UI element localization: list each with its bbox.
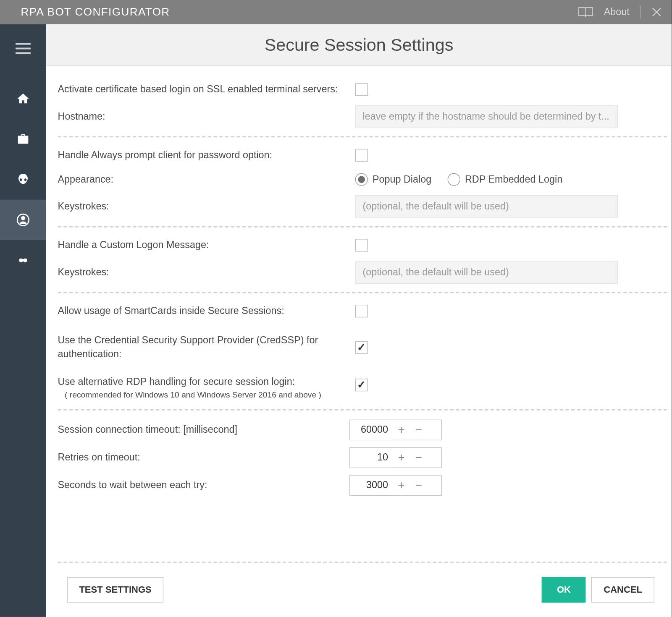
sidebar-work[interactable] — [0, 119, 46, 159]
label-credssp: Use the Credential Security Support Prov… — [58, 334, 355, 361]
input-timeout[interactable]: + − — [349, 420, 442, 441]
svg-point-6 — [21, 216, 25, 220]
radio-popup-label: Popup Dialog — [373, 174, 431, 186]
cancel-button[interactable]: CANCEL — [591, 577, 654, 603]
sidebar-alien[interactable] — [0, 159, 46, 200]
input-retries-value[interactable] — [350, 448, 393, 468]
input-timeout-value[interactable] — [350, 420, 393, 440]
help-book-icon[interactable] — [577, 6, 593, 18]
step-up-icon[interactable]: + — [393, 476, 410, 495]
close-button[interactable] — [651, 6, 663, 18]
checkbox-alt-rdp[interactable] — [355, 378, 368, 391]
input-wait[interactable]: + − — [349, 475, 442, 496]
separator — [58, 409, 667, 410]
separator — [58, 292, 667, 293]
sidebar-home[interactable] — [0, 78, 46, 119]
label-appearance: Appearance: — [58, 173, 355, 186]
page-title: Secure Session Settings — [265, 35, 453, 55]
label-retries: Retries on timeout: — [58, 451, 349, 465]
checkbox-credssp[interactable] — [355, 341, 368, 353]
radio-popup-dialog[interactable] — [355, 173, 368, 186]
input-wait-value[interactable] — [350, 476, 393, 495]
input-retries[interactable]: + − — [349, 447, 442, 468]
label-handle-prompt: Handle Always prompt client for password… — [58, 149, 355, 162]
checkbox-handle-prompt[interactable] — [355, 149, 368, 162]
label-alt-rdp: Use alternative RDP handling for secure … — [58, 375, 355, 401]
ok-button[interactable]: OK — [542, 577, 586, 603]
test-settings-button[interactable]: TEST SETTINGS — [67, 577, 164, 603]
hamburger-menu[interactable] — [0, 35, 46, 63]
main-panel: Secure Session Settings Activate certifi… — [46, 24, 672, 617]
app-window: RPA BOT CONFIGURATOR About — [0, 0, 672, 617]
separator — [58, 136, 667, 138]
app-title: RPA BOT CONFIGURATOR — [21, 6, 578, 18]
step-up-icon[interactable]: + — [393, 448, 410, 468]
label-keystrokes-2: Keystrokes: — [58, 266, 355, 280]
radio-rdp-embedded[interactable] — [448, 173, 460, 186]
checkbox-handle-custom[interactable] — [355, 239, 368, 251]
label-hostname: Hostname: — [58, 110, 355, 123]
checkbox-smartcards[interactable] — [355, 305, 368, 317]
step-down-icon[interactable]: − — [410, 476, 427, 495]
label-handle-custom: Handle a Custom Logon Message: — [58, 238, 355, 252]
input-keystrokes-1[interactable]: (optional, the default will be used) — [355, 195, 618, 218]
step-down-icon[interactable]: − — [410, 420, 427, 440]
step-up-icon[interactable]: + — [393, 420, 410, 440]
input-hostname[interactable]: leave empty if the hostname should be de… — [355, 105, 618, 128]
titlebar-divider — [640, 6, 640, 18]
label-activate-cert: Activate certificate based login on SSL … — [58, 83, 355, 97]
input-keystrokes-2[interactable]: (optional, the default will be used) — [355, 261, 618, 284]
page-header: Secure Session Settings — [46, 24, 672, 66]
sidebar — [0, 24, 46, 617]
sidebar-user[interactable] — [0, 200, 46, 240]
step-down-icon[interactable]: − — [410, 448, 427, 468]
label-keystrokes-1: Keystrokes: — [58, 200, 355, 214]
label-smartcards: Allow usage of SmartCards inside Secure … — [58, 304, 355, 318]
titlebar: RPA BOT CONFIGURATOR About — [0, 0, 672, 24]
label-alt-rdp-sub: ( recommended for Windows 10 and Windows… — [58, 390, 349, 401]
checkbox-activate-cert[interactable] — [355, 83, 368, 96]
sidebar-infinity[interactable] — [0, 240, 46, 280]
about-link[interactable]: About — [604, 6, 630, 18]
form-content: Activate certificate based login on SSL … — [46, 66, 672, 562]
label-wait: Seconds to wait between each try: — [58, 478, 349, 492]
radio-rdp-label: RDP Embedded Login — [465, 174, 562, 186]
label-timeout: Session connection timeout: [millisecond… — [58, 423, 349, 437]
separator — [58, 226, 667, 227]
footer: TEST SETTINGS OK CANCEL — [58, 562, 667, 617]
